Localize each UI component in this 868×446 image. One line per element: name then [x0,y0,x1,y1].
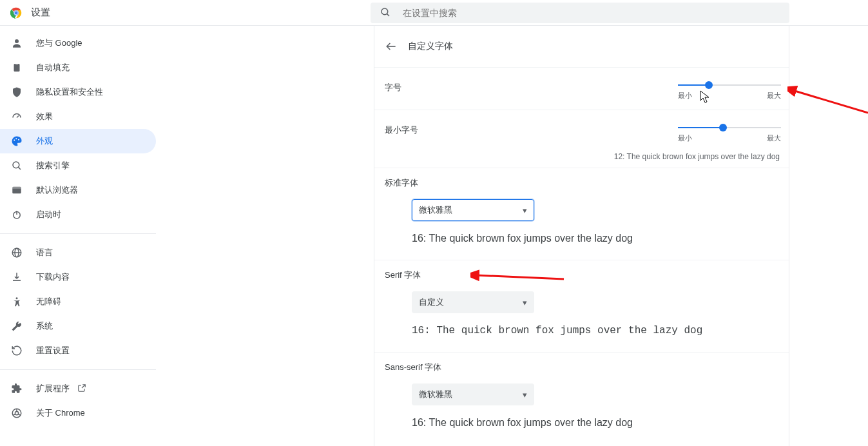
sidebar-item-label: 您与 Google [36,37,82,49]
page-header: 自定义字体 [374,36,789,67]
sidebar-item-on-startup[interactable]: 启动时 [0,202,156,227]
chrome-logo-icon [10,7,22,19]
sidebar-item-system[interactable]: 系统 [0,314,156,338]
standard-font-select[interactable]: 微软雅黑 ▾ [412,199,534,221]
sidebar-item-extensions[interactable]: 扩展程序 [0,376,156,401]
svg-point-12 [13,162,19,168]
sans-font-select[interactable]: 微软雅黑 ▾ [412,383,534,405]
sidebar-item-search-engine[interactable]: 搜索引擎 [0,153,156,178]
font-size-row: 字号 最小 最大 [374,67,789,110]
slider-max-label: 最大 [767,91,781,101]
chrome-icon [10,407,23,420]
globe-icon [10,246,23,259]
person-icon [10,37,23,50]
slider-max-label: 最大 [767,133,781,143]
sidebar-item-reset[interactable]: 重置设置 [0,338,156,363]
sidebar-item-default-browser[interactable]: 默认浏览器 [0,178,156,202]
svg-line-26 [18,414,21,416]
sidebar-item-label: 关于 Chrome [36,407,85,419]
search-icon [380,6,401,20]
svg-rect-6 [14,64,20,72]
chevron-down-icon: ▾ [523,298,527,307]
serif-font-label: Serif 字体 [385,269,781,281]
sidebar-item-label: 隐私设置和安全性 [36,86,103,98]
sans-font-label: Sans-serif 字体 [385,362,781,373]
select-value: 微软雅黑 [419,204,452,216]
svg-point-21 [16,297,18,299]
sidebar-divider [0,233,156,234]
font-size-slider[interactable] [678,84,781,86]
svg-point-11 [18,139,19,141]
browser-icon [10,184,23,197]
sidebar-item-label: 重置设置 [36,345,70,356]
svg-line-8 [17,116,19,118]
slider-min-label: 最小 [678,133,692,143]
sidebar-item-accessibility[interactable]: 无障碍 [0,289,156,314]
sidebar-divider [0,369,156,370]
slider-active-range [678,127,723,128]
chevron-down-icon: ▾ [523,206,527,215]
wrench-icon [10,320,23,333]
settings-search-input[interactable] [401,7,780,19]
sidebar-item-label: 自动填充 [36,62,70,73]
clipboard-icon [10,61,23,74]
min-font-size-slider[interactable] [678,127,781,128]
sidebar-item-label: 启动时 [36,209,61,220]
slider-min-label: 最小 [678,91,692,101]
sidebar-item-label: 外观 [36,135,53,147]
sidebar-item-label: 下载内容 [36,271,70,283]
svg-line-4 [387,14,389,16]
page-title: 自定义字体 [408,41,453,52]
extension-icon [10,382,23,395]
sidebar-item-label: 搜索引擎 [36,160,70,171]
sidebar-item-privacy[interactable]: 隐私设置和安全性 [0,80,156,104]
min-font-size-preview: 12: The quick brown fox jumps over the l… [385,152,781,161]
sans-font-sample: 16: The quick brown fox jumps over the l… [412,417,781,429]
svg-point-3 [381,8,388,15]
standard-font-section: 标准字体 微软雅黑 ▾ 16: The quick brown fox jump… [374,168,789,260]
sidebar-item-label: 无障碍 [36,296,61,307]
slider-thumb[interactable] [705,81,713,89]
main-content: 自定义字体 字号 最小 最大 最小字号 [161,26,868,446]
restore-icon [10,344,23,357]
sidebar-item-you-and-google[interactable]: 您与 Google [0,31,156,55]
min-font-size-row: 最小字号 最小 最大 12: The quick brown fox jumps… [374,110,789,168]
svg-line-25 [13,414,15,416]
sidebar-item-label: 默认浏览器 [36,184,78,196]
select-value: 自定义 [419,296,444,308]
sidebar-item-label: 系统 [36,320,53,332]
serif-font-sample: 16: The quick brown fox jumps over the l… [412,325,781,336]
sidebar-item-performance[interactable]: 效果 [0,104,156,129]
header-title: 设置 [31,6,50,19]
sidebar-item-languages[interactable]: 语言 [0,240,156,265]
search-icon [10,159,23,172]
svg-point-23 [15,411,18,414]
settings-search[interactable] [371,3,789,23]
svg-point-10 [15,138,17,139]
chevron-down-icon: ▾ [523,390,527,400]
sidebar-item-label: 扩展程序 [36,383,70,394]
app-header: 设置 [0,0,868,26]
open-in-new-icon [77,383,86,394]
standard-font-label: 标准字体 [385,177,781,189]
serif-font-select[interactable]: 自定义 ▾ [412,291,534,313]
sidebar-item-appearance[interactable]: 外观 [0,129,156,153]
svg-rect-15 [12,187,21,189]
sidebar-item-autofill[interactable]: 自动填充 [0,55,156,80]
back-button[interactable] [381,36,401,57]
select-value: 微软雅黑 [419,389,452,400]
svg-line-13 [18,167,21,170]
svg-point-5 [15,39,19,43]
serif-font-section: Serif 字体 自定义 ▾ 16: The quick brown fox j… [374,260,789,352]
font-size-label: 字号 [385,77,401,93]
sidebar-item-about[interactable]: 关于 Chrome [0,401,156,425]
svg-rect-7 [15,63,19,65]
shield-icon [10,86,23,99]
sidebar-item-downloads[interactable]: 下载内容 [0,265,156,289]
slider-thumb[interactable] [719,124,727,131]
settings-sidebar: 您与 Google 自动填充 隐私设置和安全性 效果 外观 搜索引擎 默认浏览器 [0,26,161,446]
sans-font-section: Sans-serif 字体 微软雅黑 ▾ 16: The quick brown… [374,352,789,444]
speedometer-icon [10,110,23,123]
sidebar-item-label: 效果 [36,111,53,122]
svg-point-2 [14,11,18,15]
